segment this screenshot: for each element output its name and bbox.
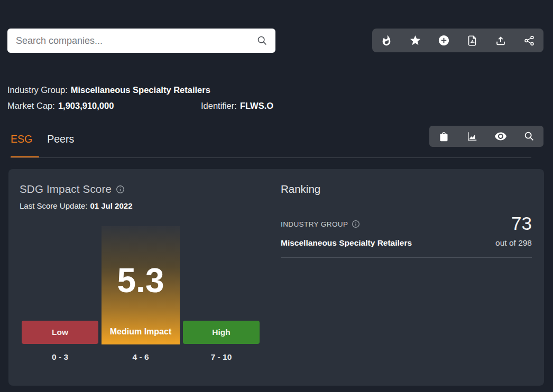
identifier-line: Identifier:FLWS.O	[201, 101, 273, 111]
pdf-icon[interactable]	[463, 31, 482, 50]
market-cap-line: Market Cap:1,903,910,000 Identifier:FLWS…	[7, 101, 114, 111]
last-update-label: Last Score Update:	[20, 201, 87, 210]
high-range: 7 - 10	[183, 352, 260, 362]
actions-toolbar	[372, 29, 543, 52]
view-toolbar	[429, 126, 543, 147]
search-input[interactable]	[7, 35, 256, 46]
industry-group-label: Industry Group:	[7, 85, 68, 95]
sdg-title: SDG Impact Score	[20, 183, 112, 195]
medium-impact-label: Medium Impact	[110, 327, 171, 337]
ranking-group-label: INDUSTRY GROUP	[281, 220, 348, 228]
ranking-divider	[281, 257, 532, 258]
search-icon[interactable]	[256, 35, 268, 46]
ranking-group-name: Miscellaneous Specialty Retailers	[281, 238, 412, 248]
tab-esg[interactable]: ESG	[11, 133, 32, 148]
star-icon[interactable]	[405, 31, 425, 50]
industry-group-value: Miscellaneous Specialty Retailers	[71, 85, 210, 95]
tab-peers[interactable]: Peers	[47, 133, 74, 148]
tab-divider	[11, 157, 531, 158]
industry-group-line: Industry Group:Miscellaneous Specialty R…	[7, 85, 210, 95]
sdg-info-icon[interactable]	[116, 185, 125, 194]
tab-bar: ESG Peers	[11, 133, 74, 148]
market-cap-value: 1,903,910,000	[58, 101, 114, 110]
area-chart-icon[interactable]	[463, 127, 482, 146]
esg-card: SDG Impact Score Last Score Update:01 Ju…	[8, 169, 544, 386]
high-impact-chip: High	[183, 321, 260, 344]
ranking-value: 73	[511, 213, 532, 234]
medium-range: 4 - 6	[102, 352, 180, 362]
medium-impact-bar: 5.3 Medium Impact	[102, 226, 180, 344]
last-score-update: Last Score Update:01 Jul 2022	[20, 201, 132, 210]
ranking-title: Ranking	[281, 183, 320, 195]
identifier-label: Identifier:	[201, 101, 237, 110]
search-view-icon[interactable]	[520, 127, 539, 146]
industry-group-rank-row: INDUSTRY GROUP	[281, 220, 360, 228]
fire-icon[interactable]	[377, 31, 396, 50]
identifier-value: FLWS.O	[240, 101, 273, 110]
share-icon[interactable]	[520, 31, 539, 50]
page: Industry Group:Miscellaneous Specialty R…	[0, 0, 553, 392]
ranking-info-icon[interactable]	[352, 220, 360, 228]
briefcase-icon[interactable]	[434, 127, 453, 146]
sdg-score-value: 5.3	[102, 261, 180, 300]
ranking-out-of: out of 298	[495, 238, 532, 248]
eye-icon[interactable]	[491, 127, 510, 146]
low-impact-chip: Low	[22, 321, 98, 344]
company-search-bar	[7, 29, 275, 53]
add-circle-icon[interactable]	[434, 31, 453, 50]
sdg-title-row: SDG Impact Score	[20, 183, 125, 195]
low-range: 0 - 3	[22, 352, 98, 362]
upload-icon[interactable]	[491, 31, 510, 50]
market-cap-label: Market Cap:	[7, 101, 55, 110]
last-update-value: 01 Jul 2022	[90, 201, 132, 210]
